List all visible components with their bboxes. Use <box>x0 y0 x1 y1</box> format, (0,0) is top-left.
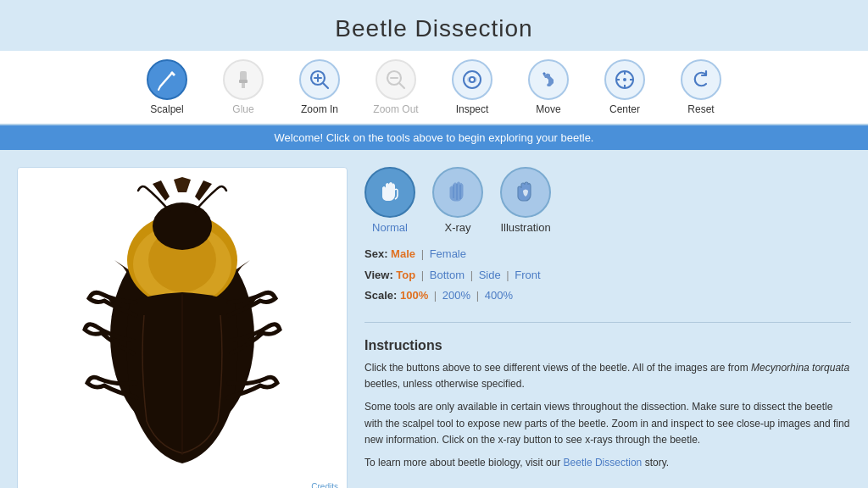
svg-line-0 <box>160 73 172 86</box>
credits-label[interactable]: Credits <box>311 482 338 488</box>
zoom-out-label: Zoom Out <box>373 103 418 115</box>
instructions-para-1: Click the buttons above to see different… <box>364 360 851 392</box>
view-angle-option: View: Top | Bottom | Side | Front <box>364 265 851 286</box>
view-angle-label: View: <box>364 269 393 281</box>
instructions-section: Instructions Click the buttons above to … <box>364 338 851 478</box>
scale-200[interactable]: 200% <box>442 289 470 302</box>
options-section: Sex: Male | Female View: Top | Bottom | … <box>364 244 851 307</box>
view-mode-selector: Normal X-ray <box>364 167 851 234</box>
toolbar: Scalpel Glue Zoom In <box>0 51 868 125</box>
svg-point-26 <box>153 202 212 250</box>
scalpel-label: Scalpel <box>150 103 183 115</box>
scale-option: Scale: 100% | 200% | 400% <box>364 286 851 307</box>
xray-view-icon <box>432 167 483 218</box>
svg-line-2 <box>159 86 160 90</box>
scalpel-icon <box>147 59 187 100</box>
reset-icon <box>681 59 721 100</box>
move-label: Move <box>536 103 560 115</box>
instructions-para-2: Some tools are only available in certain… <box>364 399 851 448</box>
svg-rect-4 <box>239 80 248 83</box>
status-bar: Welcome! Click on the tools above to beg… <box>0 125 868 150</box>
illustration-view-label: Illustration <box>500 221 550 234</box>
move-icon <box>528 59 569 100</box>
angle-side[interactable]: Side <box>479 269 501 281</box>
tool-inspect[interactable]: Inspect <box>447 59 498 115</box>
normal-view-icon <box>364 167 415 218</box>
svg-point-15 <box>470 78 474 81</box>
svg-line-8 <box>323 83 328 88</box>
view-mode-illustration[interactable]: Illustration <box>500 167 551 234</box>
sex-label: Sex: <box>364 247 387 260</box>
scale-label: Scale: <box>364 289 397 302</box>
sex-female[interactable]: Female <box>430 247 466 260</box>
tool-scalpel[interactable]: Scalpel <box>142 59 192 115</box>
tool-zoom-in[interactable]: Zoom In <box>294 59 345 115</box>
sex-option: Sex: Male | Female <box>364 244 851 265</box>
tool-center[interactable]: Center <box>599 59 650 115</box>
tool-zoom-out[interactable]: Zoom Out <box>370 59 421 115</box>
beetle-illustration <box>55 175 309 488</box>
instructions-title: Instructions <box>364 338 851 353</box>
section-divider <box>364 322 851 323</box>
instructions-para-3: To learn more about beetle biology, visi… <box>364 455 851 471</box>
inspect-icon <box>452 59 492 100</box>
glue-icon <box>223 59 264 100</box>
tool-move[interactable]: Move <box>523 59 574 115</box>
center-label: Center <box>609 103 640 115</box>
angle-front[interactable]: Front <box>515 269 540 281</box>
xray-view-label: X-ray <box>444 221 470 234</box>
main-content: Credits Normal <box>0 150 868 488</box>
zoom-in-icon <box>299 59 340 100</box>
sex-male[interactable]: Male <box>391 247 415 260</box>
svg-point-17 <box>623 78 626 81</box>
page-title: Beetle Dissection <box>0 15 868 42</box>
story-link[interactable]: Beetle Dissection <box>564 457 643 469</box>
scale-100[interactable]: 100% <box>400 289 428 302</box>
normal-view-label: Normal <box>372 221 408 234</box>
image-panel: Credits <box>17 167 348 488</box>
angle-bottom[interactable]: Bottom <box>430 269 465 281</box>
zoom-out-icon <box>376 59 416 100</box>
tool-glue[interactable]: Glue <box>218 59 269 115</box>
glue-label: Glue <box>232 103 253 115</box>
illustration-view-icon <box>500 167 551 218</box>
scale-400[interactable]: 400% <box>485 289 513 302</box>
center-icon <box>604 59 645 100</box>
view-mode-normal[interactable]: Normal <box>364 167 415 234</box>
view-mode-xray[interactable]: X-ray <box>432 167 483 234</box>
inspect-label: Inspect <box>456 103 489 115</box>
zoom-in-label: Zoom In <box>301 103 338 115</box>
svg-line-11 <box>399 83 404 88</box>
right-panel: Normal X-ray <box>364 167 851 488</box>
reset-label: Reset <box>687 103 714 115</box>
tool-reset[interactable]: Reset <box>676 59 726 115</box>
page-header: Beetle Dissection <box>0 0 868 51</box>
angle-top[interactable]: Top <box>396 269 415 281</box>
status-message: Welcome! Click on the tools above to beg… <box>275 131 594 144</box>
